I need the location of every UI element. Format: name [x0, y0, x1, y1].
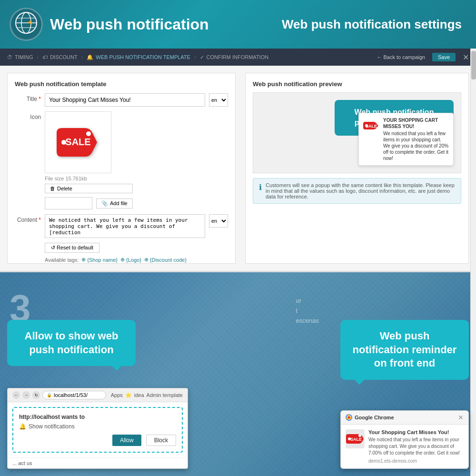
admin-template-label: Admin template: [147, 392, 183, 398]
add-file-button[interactable]: 📎 Add file: [96, 198, 133, 208]
page-title: Web push notification: [50, 16, 209, 33]
svg-text:SALE: SALE: [366, 124, 377, 129]
notification-text: YOUR SHOPPING CART MISSES YOU! We notice…: [383, 117, 449, 161]
header-left: Web push notification: [10, 8, 209, 41]
chrome-notif-body: We noticed that you left a few items in …: [368, 436, 464, 456]
notification-actions: Allow Block: [19, 435, 176, 446]
chrome-label: Google Chrome: [355, 415, 394, 420]
url-bar[interactable]: 🔒 localhost/1/53/: [42, 391, 106, 399]
close-icon[interactable]: ✕: [463, 53, 469, 62]
chrome-close-button[interactable]: ✕: [458, 414, 464, 421]
check-icon: ✓: [200, 54, 204, 60]
tag-shop-name[interactable]: ⊕ {Shop name}: [81, 257, 118, 263]
svg-text:SALE: SALE: [350, 437, 362, 442]
svg-point-16: [358, 434, 361, 437]
tag-icon: 🏷: [42, 54, 48, 60]
chrome-logo: Google Chrome: [346, 414, 394, 421]
contact-link: ... act us: [8, 457, 188, 468]
tag-discount-code[interactable]: ⊕ {Discount code}: [144, 257, 187, 263]
content-lang-select[interactable]: en: [209, 214, 228, 228]
available-tags: Available tags: ⊕ {Shop name} ⊕ {Logo} ⊕…: [45, 257, 228, 264]
language-select[interactable]: en: [209, 93, 228, 107]
preview-area: Web push notification preview in back of…: [253, 92, 461, 173]
notification-icon: SALE: [363, 117, 379, 134]
notification-title: YOUR SHOPPING CART MISSES YOU!: [383, 117, 449, 129]
notification-preview-card: SALE YOUR SHOPPING CART MISSES YOU! We n…: [358, 113, 454, 166]
lock-icon: 🔒: [47, 393, 52, 397]
back-nav-button[interactable]: ←: [12, 391, 20, 399]
front-end-section: 3 Allow to show web push notification We…: [0, 272, 476, 476]
notification-bell: 🔔 Show notifications: [19, 423, 176, 430]
delete-button[interactable]: 🗑 Delete: [45, 184, 133, 193]
available-tags-label: Available tags:: [45, 257, 79, 263]
back-to-campaign-button[interactable]: ← Back to campaign: [377, 54, 425, 60]
block-button[interactable]: Block: [146, 435, 176, 446]
browser-popup-header: ← → ↻ 🔒 localhost/1/53/ Apps ⭐ idea Admi…: [8, 388, 188, 402]
file-input-display: [45, 197, 92, 209]
breadcrumb-arrow-2: ›: [81, 54, 83, 60]
forward-nav-button[interactable]: →: [22, 391, 30, 399]
delete-icon: 🗑: [50, 186, 55, 191]
form-section-title: Web push notification template: [15, 80, 228, 88]
scrollbar[interactable]: [470, 49, 476, 476]
idea-label: idea: [134, 392, 144, 398]
breadcrumb-template[interactable]: 🔔 WEB PUSH NOTIFICATION TEMPLATE: [87, 54, 190, 60]
allow-button[interactable]: Allow: [112, 435, 141, 446]
info-icon: ℹ: [259, 183, 262, 192]
content-label: Content *: [15, 214, 41, 223]
file-upload-row: 📎 Add file: [45, 197, 133, 209]
breadcrumb-timing[interactable]: ⏱ TIMING: [7, 54, 33, 60]
bookmark-icon: ⭐: [125, 392, 132, 398]
bell-icon-small: 🔔: [19, 423, 26, 430]
bell-icon: 🔔: [87, 54, 93, 60]
browser-notification-popup: ← → ↻ 🔒 localhost/1/53/ Apps ⭐ idea Admi…: [7, 388, 188, 469]
chrome-popup-header: Google Chrome ✕: [341, 411, 468, 425]
tag-logo[interactable]: ⊕ {Logo}: [120, 257, 141, 263]
breadcrumb-template-label: WEB PUSH NOTIFICATION TEMPLATE: [96, 54, 190, 60]
back-office-panel: ⏱ TIMING › 🏷 DISCOUNT › 🔔 WEB PUSH NOTIF…: [0, 49, 476, 272]
title-input[interactable]: [45, 93, 205, 107]
svg-text:SALE: SALE: [65, 137, 90, 147]
breadcrumb-discount[interactable]: 🏷 DISCOUNT: [42, 54, 77, 60]
browser-bookmarks: Apps ⭐ idea Admin template: [111, 392, 183, 398]
preview-title: Web push notification preview: [253, 80, 461, 88]
svg-point-8: [86, 131, 91, 136]
breadcrumb-arrow-1: ›: [37, 54, 39, 60]
content-row: Content * We noticed that you left a few…: [15, 214, 228, 238]
info-text: Customers will see a popup with the same…: [266, 182, 455, 199]
sale-tag-image: SALE: [52, 116, 104, 169]
breadcrumb-confirm[interactable]: ✓ CONFIRM INFORMATION: [200, 54, 269, 60]
breadcrumb-discount-label: DISCOUNT: [50, 54, 77, 60]
chrome-notif-title: Your Shopping Cart Misses You!: [368, 429, 464, 435]
chrome-notif-content: Your Shopping Cart Misses You! We notice…: [368, 429, 464, 464]
title-row: Title * en: [15, 93, 228, 107]
content-textarea[interactable]: We noticed that you left a few items in …: [45, 214, 205, 238]
notification-dialog-header: http://localhost wants to: [19, 414, 176, 420]
svg-marker-5: [28, 20, 31, 24]
chrome-popup-body: SALE Your Shopping Cart Misses You! We n…: [341, 425, 468, 468]
breadcrumb-timing-label: TIMING: [15, 54, 33, 60]
browser-nav: ← → ↻: [12, 391, 40, 399]
globe-inner-text: [14, 11, 38, 38]
preview-panel: Web push notification preview Web push n…: [245, 73, 469, 264]
chrome-notif-icon: SALE: [346, 429, 365, 448]
tag-icon-shop: ⊕: [81, 257, 86, 263]
globe-icon: [10, 8, 43, 41]
back-office-content: Web push notification template Title * e…: [0, 66, 476, 271]
tag-icon-logo: ⊕: [120, 257, 125, 263]
info-bar: ℹ Customers will see a popup with the sa…: [253, 178, 461, 204]
reset-button[interactable]: ↺ Reset to default: [45, 243, 99, 253]
denim-decorative-text: ur t escenas: [296, 287, 319, 326]
tag-icon-discount-code: ⊕: [144, 257, 149, 263]
scrollbar-thumb[interactable]: [471, 51, 476, 79]
feature-label-left: Allow to show web push notification: [7, 320, 136, 366]
breadcrumb-confirm-label: CONFIRM INFORMATION: [207, 54, 269, 60]
bell-text: Show notifications: [29, 423, 75, 430]
feature-label-right: Web push notification reminder on front …: [340, 320, 469, 380]
icon-label: Icon: [15, 111, 41, 120]
refresh-nav-button[interactable]: ↻: [32, 391, 40, 399]
chrome-notification-popup: Google Chrome ✕ SALE Your Shopping Cart …: [340, 410, 469, 469]
save-button[interactable]: Save: [432, 53, 456, 61]
url-text: localhost/1/53/: [54, 392, 88, 398]
template-form: Web push notification template Title * e…: [7, 73, 236, 264]
